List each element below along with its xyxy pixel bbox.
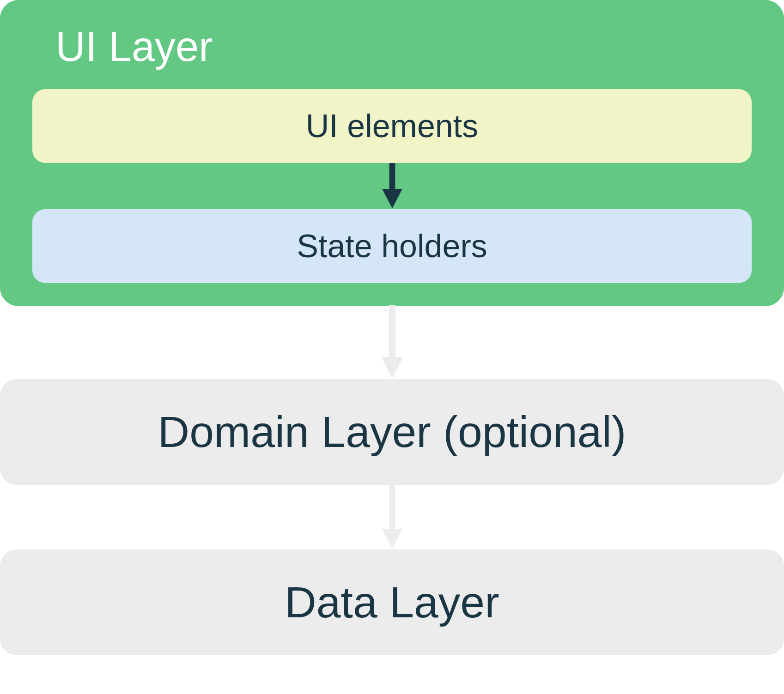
svg-marker-1 (382, 189, 402, 208)
state-holders-label: State holders (297, 228, 487, 264)
connector-ui-to-domain (378, 305, 406, 379)
domain-layer-box: Domain Layer (optional) (0, 379, 784, 485)
arrow-down-icon (378, 305, 406, 379)
data-layer-box: Data Layer (0, 549, 784, 655)
ui-elements-label: UI elements (306, 108, 478, 144)
ui-layer-title: UI Layer (55, 23, 752, 71)
arrow-ui-to-state (32, 163, 752, 209)
state-holders-box: State holders (32, 209, 752, 283)
arrow-down-icon (378, 163, 406, 209)
architecture-diagram: UI Layer UI elements State holders Domai… (0, 0, 784, 655)
svg-marker-5 (382, 529, 402, 549)
arrow-down-icon (378, 485, 406, 549)
arrow-domain-to-data (378, 485, 406, 549)
svg-marker-3 (381, 357, 403, 378)
domain-layer-label: Domain Layer (optional) (158, 407, 626, 456)
ui-elements-box: UI elements (32, 89, 752, 163)
ui-layer-container: UI Layer UI elements State holders (0, 0, 784, 306)
data-layer-label: Data Layer (285, 578, 499, 627)
